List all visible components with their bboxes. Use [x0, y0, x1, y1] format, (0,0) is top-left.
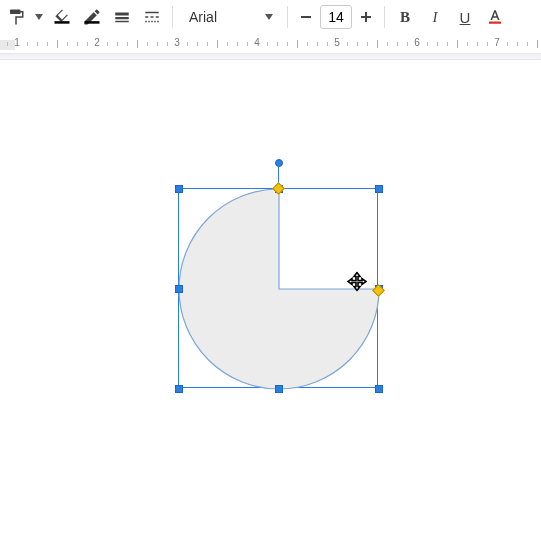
ruler-label: 6 — [414, 37, 420, 48]
rotation-handle[interactable] — [275, 159, 283, 167]
horizontal-ruler[interactable]: 1234567 — [0, 34, 541, 60]
ruler-label: 2 — [94, 37, 100, 48]
ruler-tick — [87, 42, 88, 46]
pencil-icon — [82, 7, 102, 27]
resize-handle-sw[interactable] — [175, 385, 183, 393]
line-weight-icon — [113, 8, 131, 26]
ruler-tick — [527, 42, 528, 46]
ruler-tick — [277, 42, 278, 46]
fill-color-button[interactable] — [48, 3, 76, 31]
ruler-tick — [537, 40, 538, 48]
font-size-decrease-button[interactable] — [294, 3, 318, 31]
ruler-tick — [477, 42, 478, 46]
ruler-tick — [217, 40, 218, 48]
ruler-tick — [447, 42, 448, 46]
paint-bucket-icon — [52, 7, 72, 27]
ruler-tick — [427, 42, 428, 46]
ruler-tick — [137, 40, 138, 48]
ruler-tick — [237, 42, 238, 46]
line-weight-button[interactable] — [108, 3, 136, 31]
font-family-select[interactable]: Arial — [179, 3, 281, 31]
minus-icon — [300, 11, 312, 23]
resize-handle-w[interactable] — [175, 285, 183, 293]
ruler-tick — [27, 42, 28, 46]
ruler-tick — [357, 42, 358, 46]
ruler-tick — [287, 42, 288, 46]
ruler-label: 5 — [334, 37, 340, 48]
ruler-tick — [117, 42, 118, 46]
svg-rect-2 — [301, 16, 311, 18]
italic-icon: I — [433, 9, 438, 26]
paint-roller-icon — [7, 8, 25, 26]
ruler-tick — [457, 40, 458, 48]
bold-icon: B — [400, 9, 410, 26]
underline-icon: U — [460, 9, 471, 26]
ruler-tick — [377, 40, 378, 48]
ruler-tick — [487, 42, 488, 46]
caret-down-icon — [35, 14, 43, 20]
toolbar-separator — [172, 6, 173, 28]
ruler-tick — [467, 42, 468, 46]
ruler-tick — [247, 42, 248, 46]
ruler-label: 7 — [494, 37, 500, 48]
paint-format-button[interactable] — [2, 3, 30, 31]
ruler-tick — [57, 40, 58, 48]
ruler-tick — [507, 42, 508, 46]
font-size-input[interactable] — [320, 5, 352, 29]
svg-rect-0 — [55, 21, 70, 23]
font-family-label: Arial — [189, 9, 217, 25]
font-size-increase-button[interactable] — [354, 3, 378, 31]
line-color-button[interactable] — [78, 3, 106, 31]
resize-handle-se[interactable] — [375, 385, 383, 393]
ruler-tick — [167, 42, 168, 46]
document-canvas[interactable] — [0, 60, 541, 551]
shape-selection-box[interactable] — [178, 188, 378, 388]
ruler-tick — [187, 42, 188, 46]
ruler-tick — [147, 42, 148, 46]
ruler-tick — [77, 42, 78, 46]
svg-rect-1 — [85, 21, 100, 23]
ruler-label: 4 — [254, 37, 260, 48]
ruler-tick — [67, 42, 68, 46]
ruler-tick — [387, 42, 388, 46]
italic-button[interactable]: I — [421, 3, 449, 31]
ruler-label: 1 — [14, 37, 20, 48]
ruler-tick — [347, 42, 348, 46]
ruler-tick — [327, 42, 328, 46]
ruler-tick — [307, 42, 308, 46]
text-color-button[interactable] — [481, 3, 509, 31]
ruler-tick — [517, 42, 518, 46]
ruler-tick — [7, 42, 8, 46]
toolbar: Arial B I U — [0, 0, 541, 34]
ruler-tick — [367, 42, 368, 46]
ruler-tick — [157, 42, 158, 46]
text-color-icon — [486, 8, 504, 26]
ruler-tick — [297, 40, 298, 48]
ruler-tick — [127, 42, 128, 46]
bold-button[interactable]: B — [391, 3, 419, 31]
font-size-group — [294, 3, 378, 31]
ruler-label: 3 — [174, 37, 180, 48]
ruler-tick — [437, 42, 438, 46]
ruler-tick — [407, 42, 408, 46]
ruler-tick — [397, 42, 398, 46]
ruler-tick — [37, 42, 38, 46]
underline-button[interactable]: U — [451, 3, 479, 31]
ruler-tick — [197, 42, 198, 46]
ruler-tick — [107, 42, 108, 46]
toolbar-separator — [384, 6, 385, 28]
svg-rect-4 — [365, 12, 367, 22]
resize-handle-s[interactable] — [275, 385, 283, 393]
line-dash-button[interactable] — [138, 3, 166, 31]
ruler-tick — [317, 42, 318, 46]
ruler-tick — [207, 42, 208, 46]
resize-handle-ne[interactable] — [375, 185, 383, 193]
ruler-tick — [267, 42, 268, 46]
line-dash-icon — [143, 8, 161, 26]
toolbar-separator — [287, 6, 288, 28]
pie-shape[interactable] — [179, 189, 379, 389]
ruler-tick — [227, 42, 228, 46]
paint-format-dropdown[interactable] — [32, 3, 46, 31]
resize-handle-nw[interactable] — [175, 185, 183, 193]
plus-icon — [360, 11, 372, 23]
